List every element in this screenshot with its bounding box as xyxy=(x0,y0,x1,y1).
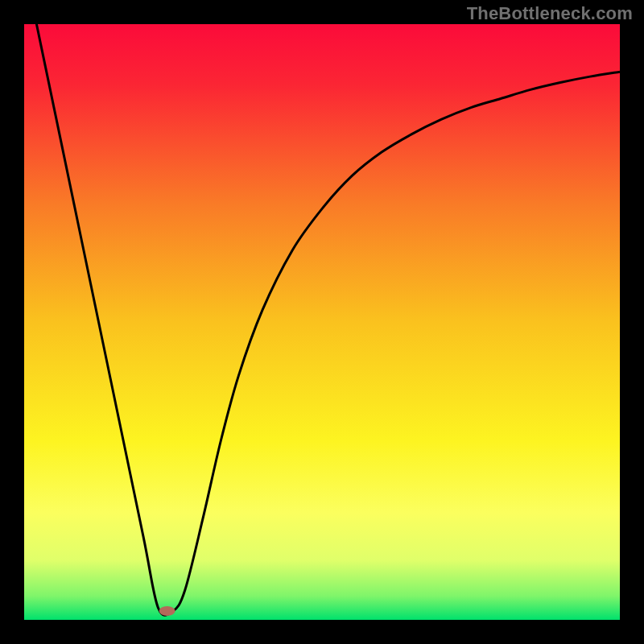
chart-frame: TheBottleneck.com xyxy=(0,0,644,644)
optimal-point-marker xyxy=(159,606,175,616)
plot-background xyxy=(24,24,620,620)
bottleneck-chart xyxy=(0,0,644,644)
